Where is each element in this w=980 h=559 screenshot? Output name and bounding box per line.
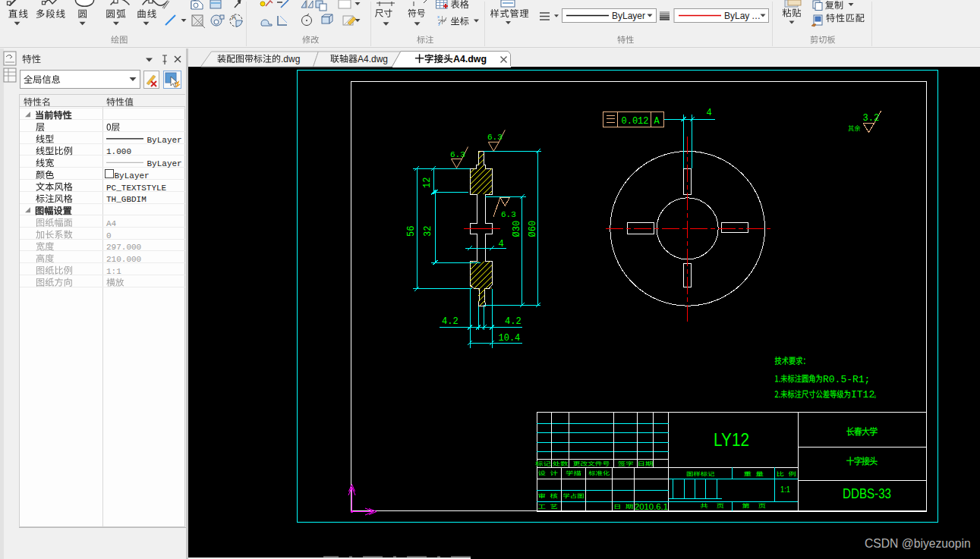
svg-text:A4: A4	[106, 219, 117, 228]
svg-text:TH_GBDIM: TH_GBDIM	[106, 195, 147, 204]
svg-text:IT12: IT12	[851, 389, 874, 400]
svg-text:ByLayer: ByLayer	[147, 136, 182, 145]
svg-text:0: 0	[106, 231, 112, 240]
svg-text:1:1: 1:1	[106, 267, 121, 276]
svg-text:210.000: 210.000	[106, 255, 141, 264]
svg-text:ByLayer: ByLayer	[115, 171, 150, 181]
svg-text:R0.5-R1;: R0.5-R1;	[823, 374, 870, 385]
svg-text:297.000: 297.000	[106, 243, 141, 252]
svg-text:1.000: 1.000	[106, 147, 131, 156]
svg-text:.dwg: .dwg	[281, 54, 300, 64]
svg-text:A4.dwg: A4.dwg	[358, 54, 388, 64]
svg-text:ByLayer: ByLayer	[147, 159, 182, 168]
svg-text:A4.dwg: A4.dwg	[453, 54, 487, 64]
svg-text:PC_TEXTSTYLE: PC_TEXTSTYLE	[106, 184, 167, 193]
